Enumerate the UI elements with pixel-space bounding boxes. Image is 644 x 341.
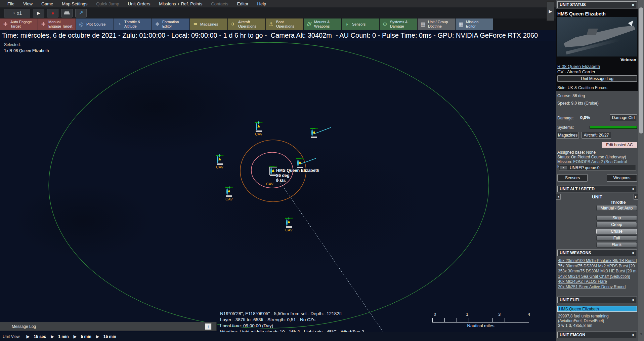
unit-message-log-button[interactable]: Unit Message Log xyxy=(557,75,637,82)
time-step-bar: Unit View ▶15 sec ▶1 min ▶5 min ▶15 min xyxy=(0,332,556,341)
chevron-down-icon[interactable]: ▼ xyxy=(560,165,567,170)
unit-status-label: Status: On Plotted Course (Underway) xyxy=(557,155,626,159)
unit-database-link[interactable]: R 08 Queen Elizabeth xyxy=(557,64,600,69)
record-icon: ● xyxy=(51,10,54,16)
menu-missions-ref-points[interactable]: Missions + Ref. Points xyxy=(155,1,206,7)
weapon-link[interactable]: 40x Mk245A2 TALOS Flare xyxy=(558,279,637,285)
collapse-chevron-icon[interactable]: « xyxy=(631,252,636,254)
aircraft-icon: ✈ xyxy=(230,21,237,27)
unit-info-sidebar: UNIT STATUS « HMS Queen Elizabeth Vetera… xyxy=(556,0,638,341)
menu-game[interactable]: Game xyxy=(37,1,57,7)
sim-speed-button[interactable]: ◔ x1 xyxy=(4,9,30,17)
time-step-15sec[interactable]: ▶15 sec xyxy=(26,334,46,339)
throttle-cruise-button[interactable]: Cruise xyxy=(596,229,637,234)
throttle-manual-auto-button[interactable]: Manual - Set Auto xyxy=(596,205,637,211)
time-step-1min[interactable]: ▶1 min xyxy=(51,334,69,339)
aircraft-operations-button[interactable]: ✈ AircraftOperations xyxy=(228,18,265,30)
magazines-panel-button[interactable]: Magazines xyxy=(557,132,579,139)
scope-next-button[interactable]: ► xyxy=(634,194,638,200)
boat-operations-button[interactable]: ⚓ BoatOperations xyxy=(266,18,303,30)
damage-ctrl-button[interactable]: Damage Ctrl xyxy=(610,114,637,121)
document-icon: ▤ xyxy=(420,21,426,27)
sensors-panel-button[interactable]: Sensors xyxy=(557,174,588,182)
escort-unit-symbol[interactable]: CAV xyxy=(215,155,225,169)
selected-header: Selected: xyxy=(4,42,49,47)
expand-log-button[interactable]: ↑ xyxy=(205,323,212,330)
menu-editor[interactable]: Editor xyxy=(233,1,253,7)
selection-readout: Selected: 1x R 08 Queen Elizabeth xyxy=(4,42,49,53)
fuel-selected-unit[interactable]: HMS Queen Elizabeth xyxy=(557,306,637,312)
menu-unit-orders[interactable]: Unit Orders xyxy=(124,1,154,7)
time-step-5min[interactable]: ▶5 min xyxy=(74,334,91,339)
escort-unit-symbol[interactable]: CAV xyxy=(224,187,234,201)
play-icon: ▶ xyxy=(26,334,30,339)
throttle-full-button[interactable]: Full xyxy=(596,235,637,241)
time-step-15min[interactable]: ▶15 min xyxy=(96,334,116,339)
jump-arrow-icon: ↗ xyxy=(79,10,83,16)
weapon-link[interactable]: 20x Mk251 Siren Active Decoy Round xyxy=(558,285,637,290)
menu-file[interactable]: File xyxy=(3,1,18,7)
message-log-bar[interactable]: Message Log ↑ xyxy=(0,322,217,331)
scrollbar-thumb[interactable] xyxy=(639,7,643,134)
boat-icon: ⚓ xyxy=(268,21,274,27)
unit-fuel-header[interactable]: UNIT FUEL « xyxy=(557,297,637,303)
escort-unit-symbol[interactable]: CAV xyxy=(254,122,264,136)
up-arrow-icon: ↑ xyxy=(207,324,210,329)
throttle-stop-button[interactable]: Stop xyxy=(596,215,637,221)
collapse-chevron-icon[interactable]: « xyxy=(631,188,636,190)
unrep-queue-dropdown[interactable]: ▼ UNREP queue:0 xyxy=(559,165,636,170)
collapse-chevron-icon[interactable]: « xyxy=(631,299,636,301)
map-viewport[interactable]: Selected: 1x R 08 Queen Elizabeth CAV CA… xyxy=(0,41,556,341)
jump-button[interactable]: ↗ xyxy=(75,9,87,17)
unit-alt-speed-header[interactable]: UNIT ALT / SPEED « xyxy=(557,186,637,192)
menu-map-settings[interactable]: Map Settings xyxy=(58,1,91,7)
menu-bar: File View Game Map Settings Quick Jump U… xyxy=(0,0,556,7)
clock-icon: ◔ xyxy=(12,10,15,16)
systems-damage-button[interactable]: ⚙ Systems &Damage xyxy=(380,18,417,30)
menu-view[interactable]: View xyxy=(19,1,37,7)
health-bar xyxy=(269,166,277,167)
aircraft-panel-button[interactable]: Aircraft: 20/27 xyxy=(582,132,611,139)
unit-emcon-header[interactable]: UNIT EMCON « xyxy=(557,332,637,338)
scroll-down-arrow-icon[interactable]: ▼ xyxy=(638,332,644,336)
mission-editor-button[interactable]: ▦ MissionEditor xyxy=(456,18,493,30)
sidebar-scrollbar[interactable]: ▼ xyxy=(638,0,644,341)
unit-status-header[interactable]: UNIT STATUS « xyxy=(557,1,637,8)
escort-unit-symbol[interactable]: CAV xyxy=(284,218,294,232)
collapse-chevron-icon[interactable]: « xyxy=(631,334,636,336)
surface-unit-icon xyxy=(286,219,288,226)
menu-quick-jump: Quick Jump xyxy=(92,1,123,7)
weapon-link[interactable]: 75x 30mm/75 DS30M Mk2 APDS Burst [20 xyxy=(558,264,637,269)
weapons-panel-button[interactable]: Weapons xyxy=(607,174,637,182)
play-button[interactable]: ▶ xyxy=(33,9,44,17)
sensors-button[interactable]: ◗ Sensors xyxy=(342,18,379,30)
course-label: Course: 86 deg xyxy=(557,93,585,98)
auto-engage-target-button[interactable]: ✚ Auto EngageTarget xyxy=(0,18,38,30)
throttle-creep-button[interactable]: Creep xyxy=(596,222,637,227)
formation-editor-button[interactable]: ❖ FormationEditor xyxy=(152,18,189,30)
escort-unit-symbol[interactable] xyxy=(295,158,305,168)
plot-course-button[interactable]: ◎ Plot Course xyxy=(76,18,114,30)
unit-type-label: CAV xyxy=(216,165,223,169)
mounts-weapons-button[interactable]: /// Mounts &Weapons xyxy=(304,18,341,30)
edit-hosted-ac-button[interactable]: Edit hosted AC xyxy=(602,142,637,148)
sim-speed-value: x1 xyxy=(17,10,22,16)
throttle-flank-button[interactable]: Flank xyxy=(596,242,637,248)
menu-help[interactable]: Help xyxy=(253,1,270,7)
escort-unit-symbol[interactable] xyxy=(309,128,319,138)
unit-weapons-header[interactable]: UNIT WEAPONS « xyxy=(557,250,637,256)
carrier-unit-symbol[interactable]: HMS Queen Elizabeth 86 deg 9 kts CAV xyxy=(268,166,278,176)
surface-unit-icon xyxy=(297,159,299,166)
ferry-button[interactable] xyxy=(61,9,73,17)
record-button[interactable]: ● xyxy=(47,9,58,17)
weapon-link[interactable]: 353x 30mm/75 DS30M Mk3 HE Burst [20 m xyxy=(558,269,637,274)
sidebar-collapse-button[interactable]: ▶ xyxy=(547,1,554,21)
unit-group-doctrine-button[interactable]: ▤ Unit / GroupDoctrine xyxy=(418,18,455,30)
weapon-link[interactable]: 148x Mk214 Sea Gnat Chaff [Seduction] xyxy=(558,274,637,279)
throttle-altitude-button[interactable]: ◔ Throttle &Altitude xyxy=(114,18,152,30)
collapse-chevron-icon[interactable]: « xyxy=(631,3,636,6)
manual-engage-target-button[interactable]: ✚ ManualEngage Target xyxy=(38,18,76,30)
magazines-button[interactable]: ▮▮▮ Magazines xyxy=(190,18,227,30)
carrier-name: HMS Queen Elizabeth xyxy=(276,168,330,173)
weapon-link[interactable]: 45x 20mm/100 Mk15 Phalanx Blk 1B Burst | xyxy=(558,258,637,264)
